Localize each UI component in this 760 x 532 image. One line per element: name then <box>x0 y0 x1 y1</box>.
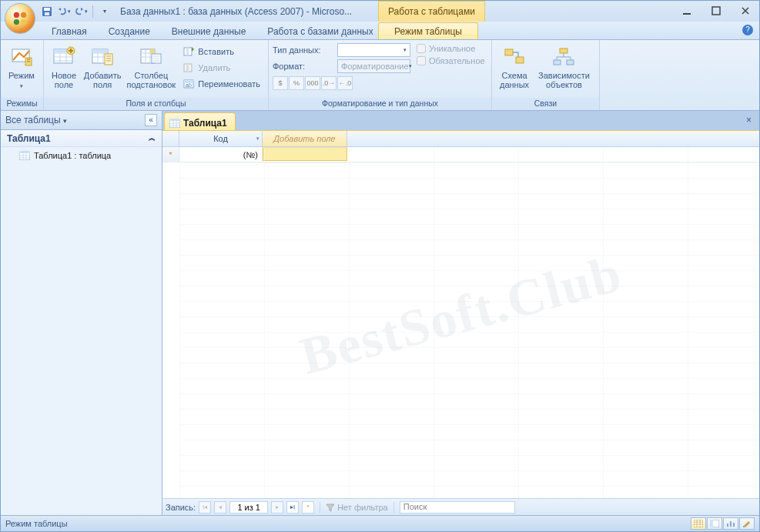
record-last-button[interactable]: ▸I <box>286 501 299 514</box>
svg-point-1 <box>21 12 26 18</box>
document-close-button[interactable]: × <box>743 115 755 126</box>
tab-database-tools[interactable]: Работа с базами данных <box>256 23 383 39</box>
required-checkbox[interactable]: Обязательное <box>417 56 485 65</box>
view-pivotchart-button[interactable] <box>723 517 738 530</box>
group-label-fields: Поля и столбцы <box>44 98 268 110</box>
datasheet-view-icon <box>694 520 703 527</box>
group-label-relationships: Связи <box>492 98 599 110</box>
record-first-button[interactable]: I◂ <box>199 501 211 514</box>
view-datasheet-button[interactable] <box>691 517 706 530</box>
table-icon <box>169 119 180 128</box>
workspace: Все таблицы ▾ « Таблица1 ︽ Таблица1 : та… <box>1 111 759 515</box>
tab-home[interactable]: Главная <box>41 23 98 39</box>
insert-label: Вставить <box>198 47 234 56</box>
relationships-button[interactable]: Схема данных <box>496 42 533 90</box>
qat-save-button[interactable] <box>39 4 55 19</box>
nav-item-table1[interactable]: Таблица1 : таблица <box>1 147 162 164</box>
ribbon-tabs: Главная Создание Внешние данные Работа с… <box>1 22 759 40</box>
svg-point-3 <box>21 19 26 25</box>
column-headers: Код▾ Добавить поле <box>162 131 759 147</box>
navigation-pane: Все таблицы ▾ « Таблица1 ︽ Таблица1 : та… <box>1 111 162 515</box>
group-label-formatting: Форматирование и тип данных <box>269 98 491 110</box>
decrease-decimals-button[interactable]: ←.0 <box>337 76 353 90</box>
close-button[interactable] <box>735 4 755 18</box>
new-field-icon <box>52 45 76 69</box>
delete-label: Удалить <box>198 63 230 72</box>
datatype-select[interactable]: ▾ <box>337 43 410 57</box>
record-position-input[interactable] <box>229 501 268 514</box>
document-area: Таблица1 × BestSoft.Club Код▾ Добавить п… <box>162 111 759 515</box>
record-label: Запись: <box>166 503 196 512</box>
view-icon <box>9 45 34 69</box>
ribbon-group-formatting: Тип данных: ▾ Формат: Форматирование▾ $ … <box>269 40 492 110</box>
rename-icon: ab <box>182 78 195 90</box>
svg-rect-8 <box>712 7 720 15</box>
svg-rect-31 <box>567 60 574 65</box>
tab-external-data[interactable]: Внешние данные <box>161 23 257 39</box>
add-fields-icon <box>90 45 115 69</box>
thousand-format-button[interactable]: 000 <box>305 76 320 90</box>
row-selector-new[interactable]: * <box>162 147 179 162</box>
column-header-id[interactable]: Код▾ <box>179 131 263 146</box>
document-tab-table1[interactable]: Таблица1 <box>164 112 236 130</box>
window-title: База данных1 : база данных (Access 2007)… <box>120 6 352 17</box>
tab-datasheet[interactable]: Режим таблицы <box>378 22 478 39</box>
design-view-icon <box>742 520 752 527</box>
nav-group-header[interactable]: Таблица1 ︽ <box>1 130 162 147</box>
unique-checkbox[interactable]: Уникальное <box>417 44 485 53</box>
title-bar: ▾ ▾ ▾ База данных1 : база данных (Access… <box>1 1 759 22</box>
qat-redo-button[interactable]: ▾ <box>73 4 89 19</box>
new-field-button[interactable]: Новое поле <box>48 42 80 90</box>
insert-icon <box>182 45 195 58</box>
svg-rect-27 <box>505 49 513 55</box>
object-deps-button[interactable]: Зависимости объектов <box>534 42 594 90</box>
column-header-add-field[interactable]: Добавить поле <box>263 131 347 146</box>
svg-rect-6 <box>45 12 49 15</box>
filter-icon <box>326 503 335 512</box>
svg-rect-28 <box>516 57 524 63</box>
ribbon-group-relationships: Схема данных Зависимости объектов Связи <box>492 40 600 110</box>
qat-customize-button[interactable]: ▾ <box>97 4 112 19</box>
lookup-column-button[interactable]: Столбец подстановок <box>125 42 177 90</box>
status-bar: Режим таблицы <box>1 515 759 531</box>
relationships-icon <box>502 45 527 69</box>
record-new-button[interactable]: * <box>302 501 314 514</box>
view-design-button[interactable] <box>739 517 755 530</box>
maximize-button[interactable] <box>706 4 726 18</box>
office-button[interactable] <box>5 3 35 34</box>
svg-rect-40 <box>730 521 732 527</box>
filter-indicator[interactable]: Нет фильтра <box>326 503 388 512</box>
record-search-input[interactable]: Поиск <box>400 501 515 514</box>
qat-undo-button[interactable]: ▾ <box>56 4 72 19</box>
office-logo-icon <box>12 10 28 27</box>
currency-format-button[interactable]: $ <box>273 76 288 90</box>
increase-decimals-button[interactable]: .0→ <box>321 76 336 90</box>
help-button[interactable]: ? <box>742 25 753 35</box>
select-all-corner[interactable] <box>162 131 179 146</box>
format-select[interactable]: Форматирование▾ <box>337 59 410 73</box>
new-field-label: Новое поле <box>52 71 76 89</box>
view-pivottable-button[interactable] <box>707 517 722 530</box>
add-fields-label: Добавить поля <box>84 71 122 89</box>
svg-point-0 <box>14 12 19 18</box>
minimize-icon <box>682 6 691 15</box>
ribbon: Режим▾ Режимы Новое поле Добавить поля С… <box>1 40 759 111</box>
insert-button[interactable]: Вставить <box>179 44 264 59</box>
record-next-button[interactable]: ▸ <box>271 501 283 514</box>
tab-create[interactable]: Создание <box>98 23 161 39</box>
grid-background <box>179 147 759 498</box>
ribbon-group-fields: Новое поле Добавить поля Столбец подстан… <box>44 40 269 110</box>
svg-point-2 <box>14 19 19 25</box>
relationships-label: Схема данных <box>500 71 529 89</box>
delete-button: Удалить <box>179 60 264 75</box>
record-prev-button[interactable]: ◂ <box>214 501 226 514</box>
svg-rect-7 <box>683 13 691 15</box>
nav-pane-header[interactable]: Все таблицы ▾ « <box>1 111 162 130</box>
lookup-label: Столбец подстановок <box>127 71 176 89</box>
view-button[interactable]: Режим▾ <box>5 42 39 92</box>
nav-collapse-button[interactable]: « <box>145 114 157 126</box>
rename-button[interactable]: abПереименовать <box>179 76 264 92</box>
percent-format-button[interactable]: % <box>289 76 304 90</box>
minimize-button[interactable] <box>677 4 697 18</box>
add-fields-button[interactable]: Добавить поля <box>82 42 123 90</box>
